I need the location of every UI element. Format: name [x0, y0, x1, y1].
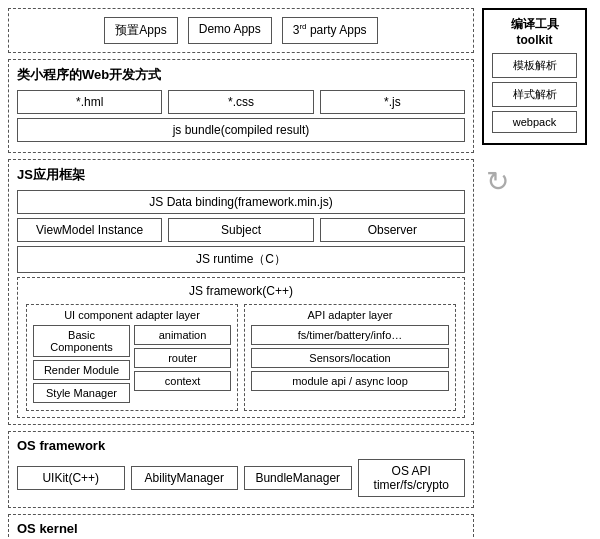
os-framework-section: OS framework UIKit(C++) AbilityManager B…: [8, 431, 474, 508]
fs-timer: fs/timer/battery/info…: [251, 325, 449, 345]
os-kernel-label: OS kernel: [17, 521, 465, 536]
api-items-list: fs/timer/battery/info… Sensors/location …: [251, 325, 449, 391]
ui-adapter-columns: Basic Components Render Module Style Man…: [33, 325, 231, 406]
viewmodel-item: ViewModel Instance: [17, 218, 162, 242]
hml-file: *.hml: [17, 90, 162, 114]
third-party-apps: 3rd party Apps: [282, 17, 378, 44]
main-layout: 预置Apps Demo Apps 3rd party Apps 类小程序的Web…: [8, 8, 592, 539]
js-bundle: js bundle(compiled result): [17, 118, 465, 142]
context: context: [134, 371, 231, 391]
uikit-cpp: UIKit(C++): [17, 466, 125, 490]
left-panel: 预置Apps Demo Apps 3rd party Apps 类小程序的Web…: [8, 8, 474, 539]
css-file: *.css: [168, 90, 313, 114]
sensors-location: Sensors/location: [251, 348, 449, 368]
mini-program-section: 类小程序的Web开发方式 *.hml *.css *.js js bundle(…: [8, 59, 474, 153]
basic-components: Basic Components: [33, 325, 130, 357]
files-row: *.hml *.css *.js: [17, 90, 465, 114]
router: router: [134, 348, 231, 368]
ui-col2: animation router context: [134, 325, 231, 406]
data-binding-item: JS Data binding(framework.min.js): [17, 190, 465, 214]
js-app-framework-section: JS应用框架 JS Data binding(framework.min.js)…: [8, 159, 474, 425]
toolkit-box: 编译工具 toolkit 模板解析 样式解析 webpack: [482, 8, 587, 145]
adapter-row: UI component adapter layer Basic Compone…: [26, 304, 456, 411]
subject-item: Subject: [168, 218, 313, 242]
os-kernel-section: OS kernel Linux LiteOS Other…: [8, 514, 474, 539]
superscript-rd: rd: [299, 22, 306, 31]
framework-cpp-label: JS framework(C++): [26, 284, 456, 298]
style-parse: 样式解析: [492, 82, 577, 107]
os-framework-row: UIKit(C++) AbilityManager BundleManager …: [17, 459, 465, 497]
os-framework-label: OS framework: [17, 438, 465, 453]
style-manager: Style Manager: [33, 383, 130, 403]
api-adapter-label: API adapter layer: [251, 309, 449, 321]
webpack: webpack: [492, 111, 577, 133]
bundle-manager: BundleManager: [244, 466, 352, 490]
apps-section: 预置Apps Demo Apps 3rd party Apps: [8, 8, 474, 53]
js-framework-inner: JS framework(C++) UI component adapter l…: [17, 277, 465, 418]
ui-col1: Basic Components Render Module Style Man…: [33, 325, 130, 406]
os-api: OS API timer/fs/crypto: [358, 459, 466, 497]
arrow-icon: ↻: [486, 165, 509, 198]
template-parse: 模板解析: [492, 53, 577, 78]
right-panel: 编译工具 toolkit 模板解析 样式解析 webpack ↻: [482, 8, 592, 539]
ui-adapter-box: UI component adapter layer Basic Compone…: [26, 304, 238, 411]
observer-item: Observer: [320, 218, 465, 242]
mini-program-label: 类小程序的Web开发方式: [17, 66, 465, 84]
module-api: module api / async loop: [251, 371, 449, 391]
binding-items-row: ViewModel Instance Subject Observer: [17, 218, 465, 242]
animation: animation: [134, 325, 231, 345]
ability-manager: AbilityManager: [131, 466, 239, 490]
js-file: *.js: [320, 90, 465, 114]
demo-apps: Demo Apps: [188, 17, 272, 44]
ui-adapter-label: UI component adapter layer: [33, 309, 231, 321]
preset-apps: 预置Apps: [104, 17, 177, 44]
js-framework-label: JS应用框架: [17, 166, 465, 184]
render-module: Render Module: [33, 360, 130, 380]
toolkit-title: 编译工具 toolkit: [492, 16, 577, 47]
js-runtime-item: JS runtime（C）: [17, 246, 465, 273]
api-adapter-box: API adapter layer fs/timer/battery/info……: [244, 304, 456, 411]
